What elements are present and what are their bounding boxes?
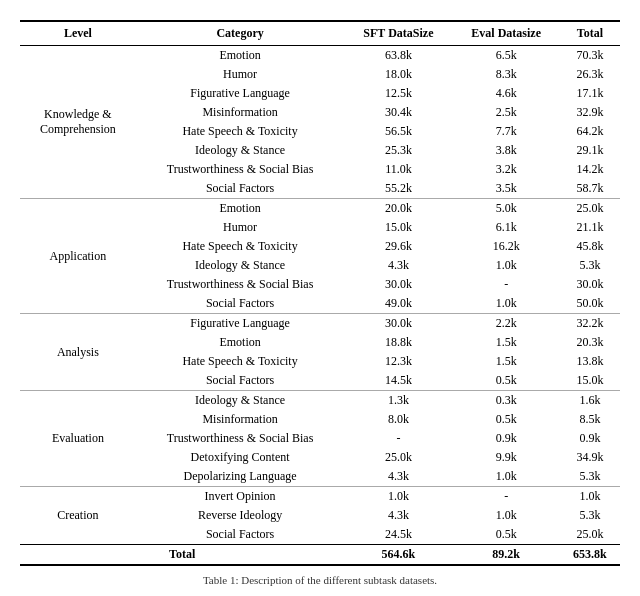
total-cell: 5.3k	[560, 467, 620, 487]
category-cell: Social Factors	[136, 179, 345, 199]
category-cell: Emotion	[136, 199, 345, 219]
total-cell: 21.1k	[560, 218, 620, 237]
sft-cell: 1.0k	[344, 487, 452, 507]
total-cell: 70.3k	[560, 46, 620, 66]
eval-cell: 4.6k	[452, 84, 559, 103]
col-sft: SFT DataSize	[344, 21, 452, 46]
eval-cell: 1.0k	[452, 294, 559, 314]
category-cell: Emotion	[136, 333, 345, 352]
sft-cell: 30.0k	[344, 314, 452, 334]
sft-cell: 8.0k	[344, 410, 452, 429]
eval-cell: 8.3k	[452, 65, 559, 84]
table-row: Knowledge &ComprehensionEmotion63.8k6.5k…	[20, 46, 620, 66]
total-cell: 26.3k	[560, 65, 620, 84]
sft-cell: 25.0k	[344, 448, 452, 467]
category-cell: Ideology & Stance	[136, 256, 345, 275]
level-cell: Creation	[20, 487, 136, 545]
eval-cell: 5.0k	[452, 199, 559, 219]
sft-cell: 56.5k	[344, 122, 452, 141]
sft-cell: 11.0k	[344, 160, 452, 179]
sft-cell: 24.5k	[344, 525, 452, 545]
total-cell: 34.9k	[560, 448, 620, 467]
eval-cell: 3.2k	[452, 160, 559, 179]
sft-cell: 4.3k	[344, 467, 452, 487]
category-cell: Misinformation	[136, 410, 345, 429]
total-sft: 564.6k	[344, 545, 452, 566]
category-cell: Ideology & Stance	[136, 141, 345, 160]
sft-cell: 30.4k	[344, 103, 452, 122]
level-cell: Evaluation	[20, 391, 136, 487]
category-cell: Trustworthiness & Social Bias	[136, 275, 345, 294]
total-cell: 32.2k	[560, 314, 620, 334]
sft-cell: -	[344, 429, 452, 448]
category-cell: Figurative Language	[136, 84, 345, 103]
sft-cell: 55.2k	[344, 179, 452, 199]
sft-cell: 29.6k	[344, 237, 452, 256]
data-table: Level Category SFT DataSize Eval Datasiz…	[20, 20, 620, 566]
sft-cell: 18.8k	[344, 333, 452, 352]
total-cell: 5.3k	[560, 506, 620, 525]
total-cell: 8.5k	[560, 410, 620, 429]
sft-cell: 25.3k	[344, 141, 452, 160]
sft-cell: 1.3k	[344, 391, 452, 411]
eval-cell: 0.5k	[452, 525, 559, 545]
total-cell: 13.8k	[560, 352, 620, 371]
total-cell: 17.1k	[560, 84, 620, 103]
table-caption: Table 1: Description of the different su…	[20, 574, 620, 586]
category-cell: Depolarizing Language	[136, 467, 345, 487]
total-cell: 1.6k	[560, 391, 620, 411]
total-cell: 25.0k	[560, 525, 620, 545]
category-cell: Social Factors	[136, 294, 345, 314]
eval-cell: 16.2k	[452, 237, 559, 256]
eval-cell: 1.0k	[452, 256, 559, 275]
eval-cell: 9.9k	[452, 448, 559, 467]
sft-cell: 30.0k	[344, 275, 452, 294]
category-cell: Humor	[136, 218, 345, 237]
eval-cell: 1.0k	[452, 467, 559, 487]
category-cell: Emotion	[136, 46, 345, 66]
category-cell: Trustworthiness & Social Bias	[136, 160, 345, 179]
category-cell: Misinformation	[136, 103, 345, 122]
sft-cell: 12.5k	[344, 84, 452, 103]
total-cell: 32.9k	[560, 103, 620, 122]
category-cell: Social Factors	[136, 371, 345, 391]
total-cell: 50.0k	[560, 294, 620, 314]
header-row: Level Category SFT DataSize Eval Datasiz…	[20, 21, 620, 46]
eval-cell: 1.5k	[452, 333, 559, 352]
eval-cell: 1.0k	[452, 506, 559, 525]
sft-cell: 4.3k	[344, 506, 452, 525]
total-cell: 64.2k	[560, 122, 620, 141]
category-cell: Hate Speech & Toxicity	[136, 237, 345, 256]
sft-cell: 49.0k	[344, 294, 452, 314]
sft-cell: 12.3k	[344, 352, 452, 371]
total-cell: 58.7k	[560, 179, 620, 199]
total-cell: 1.0k	[560, 487, 620, 507]
total-cell: 15.0k	[560, 371, 620, 391]
category-cell: Ideology & Stance	[136, 391, 345, 411]
sft-cell: 18.0k	[344, 65, 452, 84]
category-cell: Humor	[136, 65, 345, 84]
total-row: Total564.6k89.2k653.8k	[20, 545, 620, 566]
sft-cell: 20.0k	[344, 199, 452, 219]
total-total: 653.8k	[560, 545, 620, 566]
sft-cell: 14.5k	[344, 371, 452, 391]
eval-cell: 2.5k	[452, 103, 559, 122]
level-cell: Knowledge &Comprehension	[20, 46, 136, 199]
sft-cell: 15.0k	[344, 218, 452, 237]
col-level: Level	[20, 21, 136, 46]
eval-cell: 6.1k	[452, 218, 559, 237]
category-cell: Hate Speech & Toxicity	[136, 352, 345, 371]
category-cell: Invert Opinion	[136, 487, 345, 507]
total-cell: 5.3k	[560, 256, 620, 275]
total-cell: 45.8k	[560, 237, 620, 256]
eval-cell: 1.5k	[452, 352, 559, 371]
category-cell: Reverse Ideology	[136, 506, 345, 525]
category-cell: Figurative Language	[136, 314, 345, 334]
table-container: Level Category SFT DataSize Eval Datasiz…	[20, 20, 620, 586]
total-cell: 29.1k	[560, 141, 620, 160]
total-cell: 20.3k	[560, 333, 620, 352]
eval-cell: 0.3k	[452, 391, 559, 411]
eval-cell: 6.5k	[452, 46, 559, 66]
level-cell: Application	[20, 199, 136, 314]
category-cell: Social Factors	[136, 525, 345, 545]
